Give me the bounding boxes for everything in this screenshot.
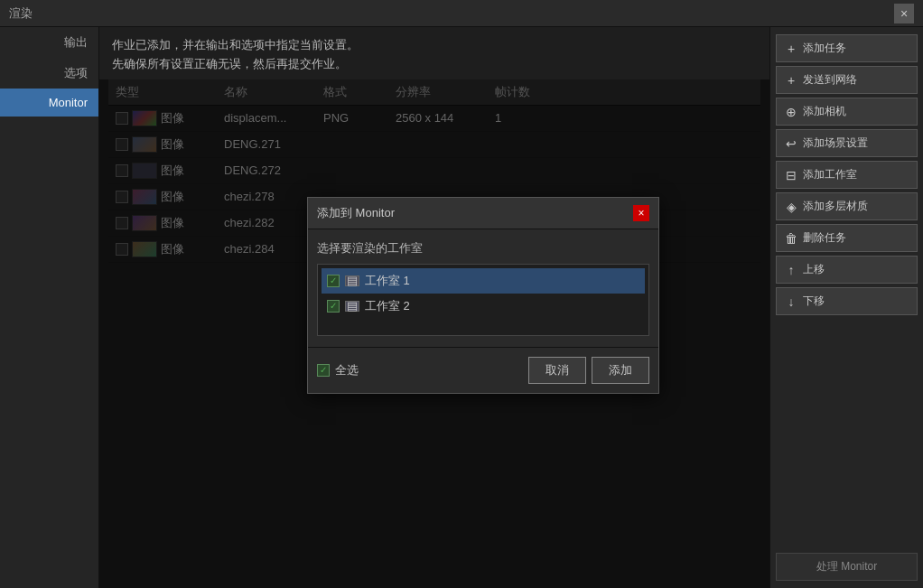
sidebar-item-monitor[interactable]: Monitor [0, 89, 98, 117]
workspace-2-label: 工作室 2 [365, 298, 410, 314]
workspace-list: ✓ ▤ 工作室 1 ✓ ▤ 工作室 2 [317, 264, 649, 336]
modal-btn-group: 取消 添加 [528, 357, 649, 384]
add-camera-icon: ⊕ [784, 105, 798, 119]
add-workspace-icon: ⊟ [784, 168, 798, 182]
add-task-button[interactable]: + 添加任务 [776, 34, 918, 62]
send-network-button[interactable]: + 发送到网络 [776, 66, 918, 94]
move-down-label: 下移 [803, 294, 825, 309]
workspace-item-1[interactable]: ✓ ▤ 工作室 1 [322, 268, 645, 294]
modal-body: 选择要渲染的工作室 ✓ ▤ 工作室 1 ✓ ▤ 工作室 2 [308, 229, 658, 347]
workspace-1-icon: ▤ [345, 275, 359, 286]
confirm-add-button[interactable]: 添加 [592, 357, 649, 384]
delete-task-icon: 🗑 [784, 231, 798, 246]
add-scene-icon: ↩ [784, 136, 798, 151]
top-bar: 渲染 × [0, 0, 923, 27]
workspace-2-check[interactable]: ✓ [327, 300, 340, 313]
table-area: 类型 名称 格式 分辨率 帧计数 图像 displacem...PNG2560 … [99, 79, 769, 588]
move-up-icon: ↑ [784, 263, 798, 277]
add-task-icon: + [784, 42, 798, 56]
modal-close-button[interactable]: × [633, 205, 649, 221]
modal-overlay: 添加到 Monitor × 选择要渲染的工作室 ✓ ▤ 工作室 1 [99, 79, 769, 588]
info-line1: 作业已添加，并在输出和选项中指定当前设置。 [112, 36, 757, 55]
add-task-label: 添加任务 [803, 41, 846, 56]
add-material-button[interactable]: ◈ 添加多层材质 [776, 192, 918, 220]
add-camera-label: 添加相机 [803, 104, 846, 119]
move-down-button[interactable]: ↓ 下移 [776, 287, 918, 315]
add-to-monitor-modal: 添加到 Monitor × 选择要渲染的工作室 ✓ ▤ 工作室 1 [307, 197, 659, 394]
process-monitor-button[interactable]: 处理 Monitor [776, 553, 918, 581]
modal-title: 添加到 Monitor [317, 205, 395, 221]
window-close-button[interactable]: × [894, 4, 914, 23]
move-up-label: 上移 [803, 262, 825, 277]
move-down-icon: ↓ [784, 294, 798, 309]
add-scene-label: 添加场景设置 [803, 135, 868, 151]
workspace-1-check[interactable]: ✓ [327, 275, 340, 287]
modal-subtitle: 选择要渲染的工作室 [317, 240, 649, 257]
select-all-area: ✓ 全选 [317, 362, 359, 378]
move-up-button[interactable]: ↑ 上移 [776, 256, 918, 284]
select-all-label: 全选 [335, 362, 359, 378]
send-network-label: 发送到网络 [803, 72, 857, 88]
add-camera-button[interactable]: ⊕ 添加相机 [776, 98, 918, 126]
sidebar-spacer [776, 319, 918, 549]
cancel-button[interactable]: 取消 [528, 357, 586, 384]
right-sidebar: + 添加任务 + 发送到网络 ⊕ 添加相机 ↩ 添加场景设置 ⊟ 添加工作室 ◈… [769, 27, 923, 588]
delete-task-button[interactable]: 🗑 删除任务 [776, 224, 918, 252]
sidebar-item-options[interactable]: 选项 [0, 58, 98, 89]
modal-header: 添加到 Monitor × [308, 198, 658, 229]
add-scene-button[interactable]: ↩ 添加场景设置 [776, 129, 918, 157]
workspace-1-label: 工作室 1 [365, 273, 410, 289]
add-material-label: 添加多层材质 [803, 199, 868, 214]
main-layout: 输出 选项 Monitor 作业已添加，并在输出和选项中指定当前设置。 先确保所… [0, 27, 923, 588]
add-workspace-label: 添加工作室 [803, 167, 857, 182]
window-title: 渲染 [9, 5, 33, 22]
workspace-2-icon: ▤ [345, 301, 359, 312]
delete-task-label: 删除任务 [803, 230, 846, 246]
content-area: 作业已添加，并在输出和选项中指定当前设置。 先确保所有设置正确无误，然后再提交作… [99, 27, 769, 588]
add-workspace-button[interactable]: ⊟ 添加工作室 [776, 161, 918, 189]
info-line2: 先确保所有设置正确无误，然后再提交作业。 [112, 55, 757, 74]
select-all-checkbox[interactable]: ✓ [317, 364, 330, 377]
left-sidebar: 输出 选项 Monitor [0, 27, 99, 588]
send-network-icon: + [784, 73, 798, 88]
add-material-icon: ◈ [784, 200, 798, 214]
modal-footer: ✓ 全选 取消 添加 [308, 347, 658, 393]
sidebar-item-output[interactable]: 输出 [0, 27, 98, 58]
workspace-item-2[interactable]: ✓ ▤ 工作室 2 [322, 294, 645, 319]
info-text: 作业已添加，并在输出和选项中指定当前设置。 先确保所有设置正确无误，然后再提交作… [99, 27, 769, 79]
